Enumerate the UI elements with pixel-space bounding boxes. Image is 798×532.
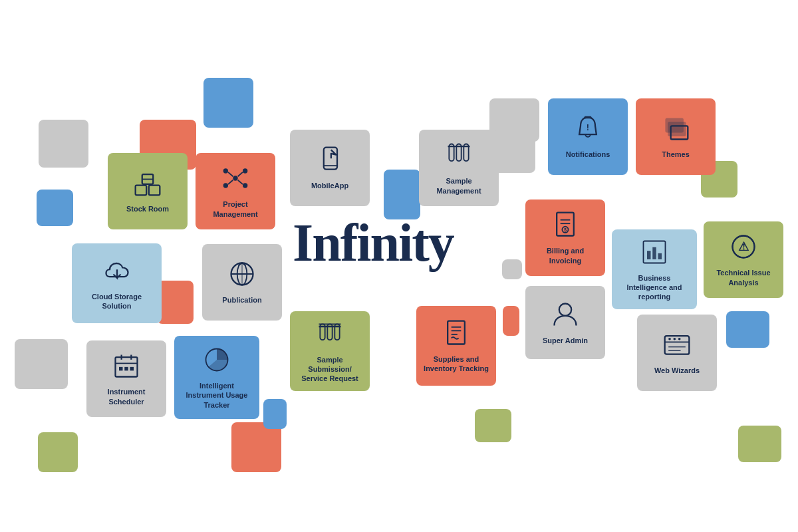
svg-rect-52 [448,321,465,344]
notifications-icon: ! [573,114,602,150]
svg-rect-34 [647,251,651,259]
tile-technical-issue[interactable]: ⚠Technical Issue Analysis [704,221,783,298]
decorative-tile-dec9 [15,339,68,389]
tile-billing[interactable]: $Billing and Invoicing [525,200,605,276]
svg-rect-36 [658,253,662,259]
decorative-tile-dec11 [231,422,281,472]
sample-submission-icon [315,319,344,355]
tile-web-wizards[interactable]: Web Wizards [637,315,717,391]
svg-point-59 [668,338,671,340]
tile-publication[interactable]: Publication [202,244,282,321]
publication-icon [227,259,257,295]
tile-sample-submission[interactable]: Sample Submission/ Service Request [290,311,370,391]
cloud-storage-label: Cloud Storage Solution [78,292,155,311]
svg-rect-45 [130,367,134,371]
svg-rect-19 [585,116,592,119]
technical-issue-icon: ⚠ [729,232,758,268]
tile-supplies-inventory[interactable]: Supplies and Inventory Tracking [416,306,496,386]
supplies-inventory-icon [442,319,471,354]
notifications-label: Notifications [566,150,610,159]
decorative-tile-dec13 [263,399,287,429]
tile-project-management[interactable]: Project Management [196,153,275,229]
decorative-tile-dec12 [38,432,78,472]
sample-management-label: Sample Management [426,176,492,196]
decorative-tile-dec15 [726,311,769,348]
tile-intelligent-tracker[interactable]: Intelligent Instrument Usage Tracker [174,336,259,419]
cloud-storage-icon [102,256,132,292]
instrument-scheduler-label: Instrument Scheduler [93,387,160,406]
tile-sample-management[interactable]: Sample Management [419,130,499,206]
billing-icon: $ [551,210,580,246]
instrument-scheduler-icon [112,351,141,387]
decorative-tile-dec10 [157,281,194,324]
tile-business-intelligence[interactable]: Business Intelligence and reporting [612,229,697,309]
super-admin-label: Super Admin [543,336,588,345]
publication-label: Publication [222,295,261,305]
project-management-icon [221,164,250,200]
tile-notifications[interactable]: !Notifications [548,98,628,175]
svg-rect-43 [119,367,123,371]
svg-rect-35 [652,247,656,259]
svg-rect-57 [665,336,690,355]
tile-super-admin[interactable]: Super Admin [525,286,605,359]
tile-stock-room[interactable]: Stock Room [108,153,188,229]
sample-management-icon [444,140,473,176]
decorative-tile-dec7 [502,259,522,279]
decorative-tile-dec17 [738,426,781,462]
mobile-app-label: MobileApp [311,181,348,190]
stock-room-label: Stock Room [126,204,169,213]
svg-point-8 [243,184,247,188]
svg-point-56 [559,303,571,315]
web-wizards-icon [662,330,692,366]
tile-cloud-storage[interactable]: Cloud Storage Solution [72,243,162,323]
decorative-tile-dec5 [384,170,420,219]
svg-text:⚠: ⚠ [738,239,749,253]
tile-themes[interactable]: Themes [636,98,716,175]
themes-label: Themes [662,150,690,159]
svg-rect-44 [124,367,128,371]
business-intelligence-icon [640,237,669,273]
mobile-app-icon [315,145,344,181]
svg-text:!: ! [587,122,589,132]
svg-point-6 [243,169,247,174]
svg-rect-0 [136,186,147,196]
tile-mobile-app[interactable]: MobileApp [290,130,370,206]
super-admin-icon [551,300,580,336]
decorative-tile-dec4 [37,190,73,226]
themes-icon [661,114,690,150]
stock-room-icon [133,168,162,204]
svg-point-61 [678,338,681,340]
supplies-inventory-label: Supplies and Inventory Tracking [423,354,489,374]
tile-instrument-scheduler[interactable]: Instrument Scheduler [86,340,166,417]
billing-label: Billing and Invoicing [532,246,598,265]
decorative-tile-dec1 [203,78,253,128]
svg-point-5 [223,169,228,174]
business-intelligence-label: Business Intelligence and reporting [618,273,690,302]
decorative-tile-dec16 [503,306,519,336]
svg-rect-1 [149,186,160,196]
svg-line-12 [238,180,243,184]
svg-line-9 [228,172,233,176]
svg-line-11 [228,180,233,184]
intelligent-tracker-label: Intelligent Instrument Usage Tracker [181,381,253,410]
technical-issue-label: Technical Issue Analysis [710,268,777,287]
decorative-tile-dec14 [475,409,511,442]
web-wizards-label: Web Wizards [654,366,700,375]
app-title: Infinity [293,213,454,273]
decorative-tile-dec3 [39,120,88,168]
svg-point-60 [674,338,676,340]
svg-point-4 [233,176,237,181]
project-management-label: Project Management [202,200,269,219]
intelligent-tracker-icon [202,345,231,381]
svg-line-10 [238,172,243,176]
sample-submission-label: Sample Submission/ Service Request [297,355,363,384]
svg-text:$: $ [564,227,567,233]
svg-point-7 [223,184,228,188]
